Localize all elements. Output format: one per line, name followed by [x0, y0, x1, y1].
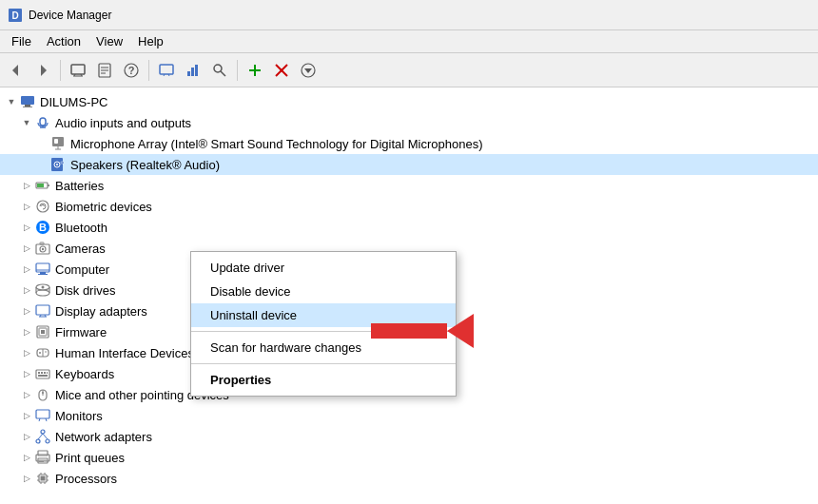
expand-icon-network[interactable]: ▷: [19, 429, 34, 444]
hid-icon: [34, 344, 51, 361]
download-btn[interactable]: [296, 58, 321, 83]
main-content: ▼ DILUMS-PC ▼ Audio input: [0, 87, 818, 504]
svg-line-88: [43, 434, 48, 439]
search-btn[interactable]: [207, 58, 232, 83]
svg-rect-67: [41, 330, 45, 334]
svg-rect-23: [254, 65, 256, 76]
expand-icon-batteries[interactable]: ▷: [19, 178, 34, 193]
tree-root[interactable]: ▼ DILUMS-PC: [0, 91, 818, 112]
expand-icon-biometric[interactable]: ▷: [19, 199, 34, 214]
tree-monitors[interactable]: ▷ Monitors: [0, 405, 818, 426]
ctx-properties[interactable]: Properties: [191, 368, 456, 392]
expand-icon-cameras[interactable]: ▷: [19, 241, 34, 256]
expand-icon-monitors[interactable]: ▷: [19, 408, 34, 423]
svg-rect-43: [48, 184, 49, 186]
svg-marker-2: [12, 65, 18, 76]
tree-print[interactable]: ▷ Print queues: [0, 447, 818, 468]
svg-rect-81: [36, 410, 49, 418]
svg-point-40: [56, 164, 58, 165]
network-label: Network adapters: [55, 430, 152, 444]
print-icon: [34, 449, 51, 466]
root-label: DILUMS-PC: [40, 95, 108, 109]
display-icon: [34, 302, 51, 320]
forward-button[interactable]: [30, 58, 55, 83]
svg-point-45: [37, 201, 49, 212]
tree-processors[interactable]: ▷ Processors: [0, 468, 818, 489]
svg-rect-61: [36, 305, 49, 315]
svg-rect-30: [23, 107, 32, 107]
svg-rect-52: [36, 263, 49, 272]
svg-line-87: [38, 434, 43, 439]
svg-rect-19: [195, 65, 198, 76]
tree-microphone[interactable]: ▷ Microphone Array (Intel® Smart Sound T…: [0, 133, 818, 154]
expand-icon-mice[interactable]: ▷: [19, 387, 34, 402]
svg-point-56: [36, 290, 49, 296]
tree-audio[interactable]: ▼ Audio inputs and outputs: [0, 112, 818, 133]
svg-text:B: B: [39, 222, 47, 233]
svg-rect-51: [40, 242, 44, 244]
mouse-icon: [34, 386, 51, 403]
tree-batteries[interactable]: ▷ Batteries: [0, 175, 818, 196]
display-label: Display adapters: [55, 304, 147, 319]
arrow-body: [371, 323, 447, 339]
tree-speakers[interactable]: ▷ Speakers (Realtek® Audio): [0, 154, 818, 175]
expand-icon-processors[interactable]: ▷: [19, 471, 34, 486]
tree-biometric[interactable]: ▷ Biometric devices: [0, 196, 818, 217]
tree-network[interactable]: ▷ Network adapters: [0, 426, 818, 447]
microphone-icon: [49, 135, 67, 152]
svg-rect-76: [47, 372, 48, 374]
computer-icon: [19, 93, 36, 110]
expand-icon-display[interactable]: ▷: [19, 303, 34, 319]
computer-btn[interactable]: [66, 58, 90, 83]
camera-icon: [34, 240, 51, 257]
toolbar-separator-3: [237, 60, 238, 81]
svg-rect-31: [40, 118, 46, 126]
add-btn[interactable]: [243, 58, 267, 83]
menu-file[interactable]: File: [4, 32, 39, 50]
menu-help[interactable]: Help: [130, 32, 171, 50]
ctx-separator-2: [191, 363, 456, 364]
menu-bar: File Action View Help: [0, 30, 818, 53]
expand-icon-hid[interactable]: ▷: [19, 345, 34, 360]
monitor-btn[interactable]: [154, 58, 179, 83]
menu-view[interactable]: View: [88, 32, 130, 50]
svg-rect-95: [41, 476, 46, 481]
speakers-label: Speakers (Realtek® Audio): [70, 158, 220, 172]
battery-icon: [34, 177, 51, 194]
bluetooth-label: Bluetooth: [55, 221, 107, 235]
expand-icon-keyboards[interactable]: ▷: [19, 366, 34, 381]
svg-rect-54: [40, 272, 46, 274]
expand-icon-root[interactable]: ▼: [4, 94, 19, 109]
svg-rect-55: [38, 274, 48, 275]
svg-rect-29: [25, 105, 30, 107]
expand-icon-bluetooth[interactable]: ▷: [19, 220, 34, 235]
audio-icon: [34, 114, 51, 131]
svg-point-60: [42, 286, 45, 289]
svg-marker-3: [41, 65, 47, 76]
batteries-label: Batteries: [55, 179, 104, 193]
arrow-head: [447, 314, 474, 348]
back-button[interactable]: [4, 58, 29, 83]
help-btn[interactable]: ?: [119, 58, 144, 83]
tree-bluetooth[interactable]: ▷ B Bluetooth: [0, 217, 818, 238]
ctx-disable-device[interactable]: Disable device: [191, 280, 456, 303]
expand-icon-disk[interactable]: ▷: [19, 282, 34, 298]
window-title: Device Manager: [29, 9, 111, 22]
toolbar-separator-2: [148, 60, 149, 81]
svg-rect-28: [21, 96, 34, 105]
remove-btn[interactable]: [269, 58, 294, 83]
biometric-label: Biometric devices: [55, 200, 152, 214]
firmware-label: Firmware: [55, 325, 107, 339]
expand-icon-print[interactable]: ▷: [19, 450, 34, 465]
expand-icon-audio[interactable]: ▼: [19, 115, 34, 130]
menu-action[interactable]: Action: [39, 32, 88, 50]
svg-point-86: [46, 439, 49, 443]
ctx-update-driver[interactable]: Update driver: [191, 256, 456, 280]
properties-btn[interactable]: [92, 58, 117, 83]
svg-point-71: [45, 351, 47, 353]
chart-btn[interactable]: [181, 58, 205, 83]
expand-icon-computer[interactable]: ▷: [19, 262, 34, 277]
network-icon: [34, 428, 51, 445]
computer-label: Computer: [55, 262, 109, 277]
expand-icon-firmware[interactable]: ▷: [19, 324, 34, 339]
